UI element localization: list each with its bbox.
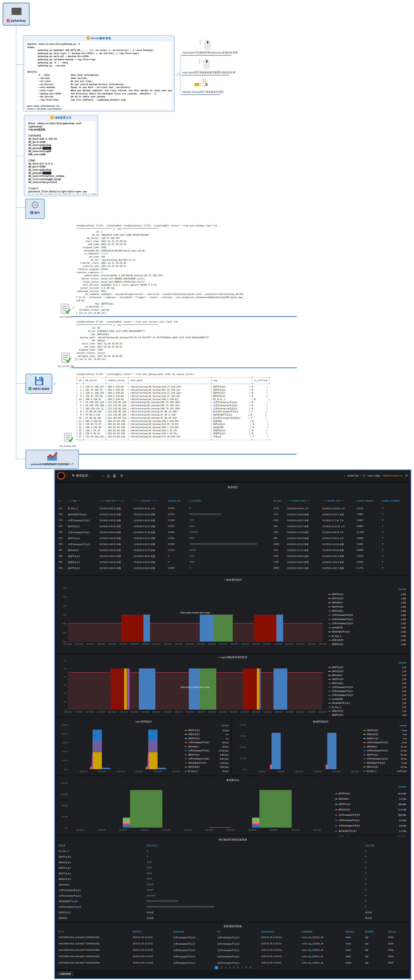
legend-item[interactable]: 泰国日志主20 ns [363, 732, 407, 737]
legend-item[interactable]: 国内sdk从111 min [363, 745, 407, 749]
legend-item[interactable]: 泰国平台主21.00 [328, 713, 406, 717]
panel-title[interactable]: 备份信息 [57, 485, 409, 489]
star-icon[interactable]: ☆ [102, 474, 105, 477]
legend-item[interactable]: 泰国日志主21.000 [328, 638, 406, 642]
plot-rsync-time[interactable]: 14 hour11 hour8 hour6 hour3 hour0 ns1/28… [69, 725, 181, 769]
column-header[interactable]: 恢复用时 [363, 929, 386, 934]
legend-item[interactable]: 国内日志主21.00 [328, 670, 406, 673]
column-header[interactable]: ~~~~~~end_time~~~~~~ [132, 498, 166, 504]
save-icon[interactable] [113, 474, 116, 477]
legend-item[interactable]: 台湾1hahaplay平台从11.00 [328, 689, 406, 693]
legend-item[interactable]: 台湾1hahaplay日志主21.000 [328, 621, 406, 625]
legend-item[interactable]: 国内sdk从13.2 GiB [335, 796, 406, 802]
legend-item[interactable]: 国内平台从11.00 [328, 665, 406, 670]
legend-item[interactable]: 国内日志主15.69 hour [185, 765, 229, 769]
plot-backup-size[interactable]: 186 GiB140 GiB93 GiB47 GiB0 B1/27 20:001… [69, 783, 328, 827]
legend-item[interactable]: 国内平台从11.000 [328, 592, 406, 596]
legend-item[interactable]: 泰国平台主20 ns [363, 737, 407, 741]
legend-item[interactable]: 海外多地区平台主21.000 [328, 630, 406, 634]
page-button[interactable]: 6 [237, 966, 239, 969]
legend-item[interactable]: 海外多地区平台主21.29 hour [185, 761, 229, 765]
legend-item[interactable]: 台湾1hahaplay日志主21.00 [328, 693, 406, 697]
column-header[interactable]: ~~~~~start_time~~~~~ ▾ [98, 498, 132, 504]
legend-item[interactable]: 海外多地区平台主21.00 [328, 701, 406, 705]
page-button[interactable]: 9 [250, 966, 251, 969]
legend-item[interactable]: 国内sdk从140 min [185, 745, 229, 749]
column-header[interactable]: ~~~~transfer_start~~~~ [285, 498, 320, 504]
legend-item[interactable]: 海外多地区平台主25 min [363, 761, 407, 765]
column-header[interactable]: tag [215, 929, 259, 934]
column-header[interactable]: 备份所有者 [171, 929, 215, 934]
share-icon[interactable] [107, 474, 110, 477]
column-header[interactable]: transfer_complete [380, 498, 409, 504]
column-header[interactable]: 恢复时间 [131, 929, 171, 934]
column-header[interactable]: bk_id [57, 929, 131, 934]
add-row-button[interactable]: + ADD ROW [56, 971, 73, 977]
panel-title[interactable]: 每日备份完成情况速查表 [57, 838, 409, 842]
legend-item[interactable]: 台湾1hahaplay平台主238 min [185, 741, 229, 745]
legend-item[interactable]: 泰国平台主29 s [185, 737, 229, 741]
plot-backup-time[interactable]: 5.6 hour4.2 hour2.8 hour1.4 hour0 ns1/28… [248, 725, 360, 769]
legend-item[interactable]: 泰国日志主25 s [185, 732, 229, 737]
collapse-user-backup[interactable]: − [72, 306, 75, 309]
legend-item[interactable]: BI_Else_228 min [185, 769, 229, 773]
column-header[interactable]: 备份完成 ▲ [145, 843, 363, 848]
legend-item[interactable]: 台湾1hahaplay平台主2566 MiB [335, 812, 406, 818]
panel-title[interactable]: 备份时间监控 [233, 720, 409, 724]
legend-item[interactable]: 台湾1hahaplay平台主23 min [363, 741, 407, 745]
legend-item[interactable]: 国内平台主2385 MiB [335, 802, 406, 807]
page-button[interactable]: 5 [233, 966, 235, 969]
column-header[interactable]: 恢复数据库 [300, 929, 344, 934]
legend-item[interactable]: 国内平台主22 min [363, 729, 407, 733]
collapse-docopt-branches[interactable]: − [177, 73, 180, 75]
column-header[interactable]: ~~~~tag~~~~ [66, 498, 98, 504]
zoom-out-prev[interactable]: ‹ [344, 474, 345, 477]
legend-item[interactable]: 台湾1hahaplay平台主21.000 [328, 613, 406, 617]
dashboard-picker[interactable]: 备份监控 ▾ [72, 474, 91, 477]
legend-item[interactable]: 国内平台从14.86 hour [185, 753, 229, 757]
page-button[interactable]: 1 [214, 966, 218, 969]
legend-item[interactable]: 泰国平台主21.000 [328, 642, 406, 646]
legend-item[interactable]: 国内平台主21.00 [328, 678, 406, 681]
legend-item[interactable]: 海外多地区平台主23.1 GiB [335, 828, 406, 834]
column-header[interactable]: 恢复状态 [344, 929, 363, 934]
legend-item[interactable]: 国内sdk从11.000 [328, 600, 406, 605]
legend-item[interactable]: 国内日志主131 min [363, 765, 407, 769]
page-button[interactable]: 2 [221, 966, 222, 969]
time-range-button[interactable]: Last 2 days [368, 474, 380, 477]
column-header[interactable]: is_complete [187, 498, 272, 504]
legend-item[interactable]: 台湾1hahaplay平台主21.00 [328, 685, 406, 689]
column-header[interactable]: 备份size [386, 929, 409, 934]
legend-item[interactable]: BI_Else_24.576 hour [363, 769, 407, 773]
collapse-node4[interactable]: − [53, 382, 56, 385]
column-header[interactable]: id [57, 498, 66, 504]
docopt-box[interactable]: 2docopt解析参数 #python /data/scripts/bin/py… [23, 35, 175, 111]
legend-item[interactable]: 台湾1hahaplay日志主26.8 GiB [335, 823, 406, 828]
page-button[interactable]: 8 [246, 966, 247, 969]
zoom-out-next[interactable]: › [360, 474, 361, 477]
settings-gear-icon[interactable]: ⚙ [120, 474, 123, 477]
legend-item[interactable]: 泰国日志主21.00 [328, 709, 406, 713]
page-button[interactable]: 7 [241, 966, 243, 969]
legend-item[interactable]: pmm监控机1.000 [328, 625, 406, 630]
panel-title[interactable]: 备份集Size [57, 778, 409, 782]
legend-item[interactable]: 国内平台主21.000 [328, 605, 406, 609]
legend-item[interactable]: 台湾1hahaplay平台从127 min [363, 749, 407, 753]
grafana-logo[interactable] [57, 472, 65, 479]
column-header[interactable]: bk_size [272, 498, 285, 504]
page-button[interactable]: 4 [229, 966, 230, 969]
legend-item[interactable]: 台湾1hahaplay日志主28.65 hour [185, 757, 229, 761]
legend-item[interactable]: 台湾1hahaplay平台从11.000 [328, 617, 406, 621]
node-grafana[interactable]: grafana从DB获取数据进行监控和展示 [26, 450, 79, 469]
column-header[interactable]: rsync完成 [363, 843, 409, 848]
legend-item[interactable]: pmm监控机1.00 [328, 697, 406, 701]
refresh-icon[interactable]: ⟳ [405, 474, 408, 477]
legend-item[interactable]: 国内平台主210 min [185, 729, 229, 733]
column-header[interactable]: 备份开始时间 [259, 929, 300, 934]
panel-title[interactable]: ♥备份成功监控 [57, 578, 409, 582]
zoom-out-button[interactable]: Zoom Out [347, 474, 358, 477]
column-header[interactable]: transfer_elapsed [355, 498, 380, 504]
legend-item[interactable]: 台湾1hahaplay平台从112.36 hour [185, 749, 229, 753]
legend-item[interactable]: 国内日志主11.00 [328, 681, 406, 685]
legend-item[interactable]: BI_Else_21.000 [328, 634, 406, 638]
